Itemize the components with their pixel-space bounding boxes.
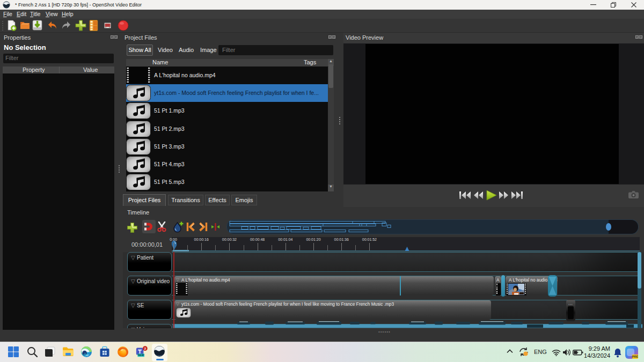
svg-text:PRE: PRE <box>632 355 639 358</box>
svg-text:NEW: NEW <box>138 354 144 357</box>
